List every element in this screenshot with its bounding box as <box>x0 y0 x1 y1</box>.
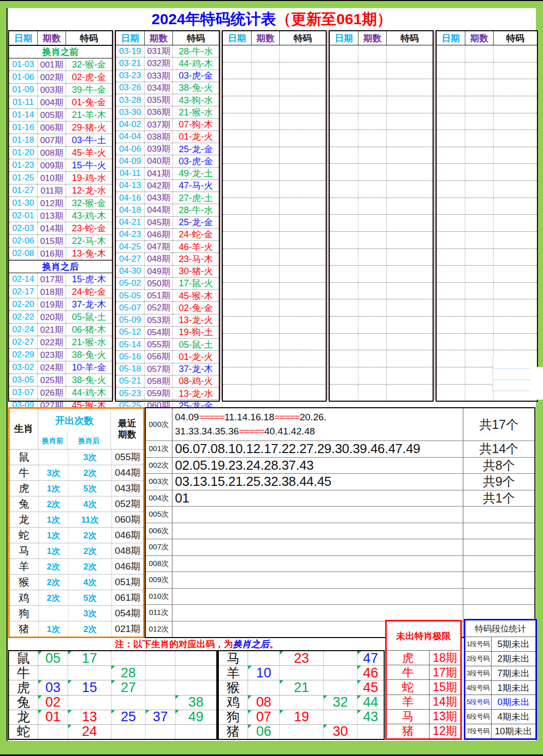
number-cell <box>146 725 175 739</box>
zodiac-stats-row: 羊2次2次046期 <box>10 559 143 575</box>
codes-group-header: 日期期数特码 <box>330 31 433 45</box>
special-code-cell <box>387 130 433 147</box>
period-cell: 032期 <box>145 57 173 69</box>
date-cell <box>330 232 358 248</box>
number-cell <box>146 696 175 710</box>
period-cell <box>465 283 494 299</box>
number-cell: 45 <box>357 680 384 695</box>
period-cell <box>358 130 387 147</box>
column-header-code: 特码 <box>387 31 433 45</box>
period-cell <box>252 283 280 299</box>
number-cell: 05 <box>38 651 68 665</box>
header-after-change: 换肖后 <box>68 433 110 449</box>
column-header-code: 特码 <box>173 31 219 45</box>
period-cell <box>358 96 387 113</box>
code-row: 03-26034期38-兔-火 <box>116 82 219 94</box>
zodiac-name-cell: 羊 <box>219 666 248 680</box>
number-cell: 10 <box>248 666 280 680</box>
period-cell: 039期 <box>145 143 173 155</box>
count-before-cell: 1次 <box>39 621 69 637</box>
number-cell: 46 <box>357 666 384 680</box>
special-code-cell <box>494 113 537 130</box>
date-cell: 04-04 <box>116 131 145 143</box>
limit-period-cell: 15期 <box>430 680 460 694</box>
code-row <box>437 266 537 283</box>
code-row <box>437 113 537 131</box>
frequency-numbers: 03.13.15.21.25.32.38.44.45 <box>172 474 463 490</box>
code-row <box>330 96 433 113</box>
code-row: 04-06039期25-龙-金 <box>116 143 219 155</box>
period-cell: 048期 <box>145 253 173 265</box>
number-value: 01 <box>45 709 61 725</box>
period-cell <box>465 130 494 147</box>
date-cell: 01-16 <box>9 121 38 134</box>
header-before-change: 换肖前 <box>38 433 68 449</box>
period-cell: 024期 <box>38 361 66 373</box>
limit-zodiac-cell: 马 <box>387 710 430 724</box>
zodiac-number-row: 马2347 <box>219 651 384 666</box>
code-row: 05-16056期01-龙-火 <box>116 351 219 363</box>
number-value: 24 <box>82 724 97 739</box>
code-row: 03-30036期21-猴-水 <box>116 106 219 118</box>
frequency-numbers <box>172 507 463 523</box>
date-cell <box>223 385 252 401</box>
special-code-cell: 38-兔-火 <box>173 82 219 94</box>
period-cell <box>465 113 494 130</box>
period-cell: 021期 <box>38 324 66 336</box>
cell-flag-triangle <box>248 725 252 728</box>
zodiac-stats-row: 猪1次2次021期 <box>10 621 143 637</box>
period-cell <box>358 232 387 248</box>
zodiac-name-cell: 马 <box>219 651 248 665</box>
code-row <box>223 215 326 232</box>
period-cell: 001期 <box>38 58 66 71</box>
code-row <box>223 232 326 249</box>
period-cell <box>358 215 387 231</box>
code-row: 01-16006期29-猪-火 <box>9 121 112 134</box>
special-code-cell: 02-虎-金 <box>66 71 112 83</box>
number-cell <box>146 680 175 695</box>
code-row <box>223 334 326 351</box>
number-cell: 15 <box>68 680 111 695</box>
segment-label-cell: 6段号码 <box>465 710 492 724</box>
cell-flag-triangle <box>111 666 115 669</box>
number-value: 03 <box>45 680 61 696</box>
date-cell <box>330 249 358 266</box>
special-code-cell <box>387 283 433 299</box>
date-cell: 02-17 <box>9 286 38 298</box>
number-value: 25 <box>120 709 136 725</box>
special-code-cell <box>387 164 433 180</box>
code-row: 05-18057期37-龙-木 <box>116 363 219 375</box>
cell-flag-triangle <box>111 680 115 684</box>
code-row <box>223 62 326 80</box>
special-code-cell: 47-马-火 <box>173 180 219 192</box>
date-cell: 01-25 <box>9 172 38 184</box>
frequency-row: 002次02.05.19.23.24.28.37.43共8个 <box>146 458 534 474</box>
zodiac-name-cell: 虎 <box>9 680 38 695</box>
date-cell <box>330 45 358 62</box>
date-cell: 01-18 <box>9 134 38 146</box>
date-cell <box>437 367 465 384</box>
number-value: 05 <box>45 651 61 666</box>
special-code-cell: 07-狗-木 <box>173 119 219 131</box>
period-cell <box>465 215 494 231</box>
code-row: 04-30049期30-猪-火 <box>116 266 219 278</box>
date-cell <box>223 249 252 266</box>
gridline-artifact-patch <box>493 358 536 391</box>
recent-period-cell: 046期 <box>112 528 143 543</box>
special-code-cell <box>494 147 537 164</box>
limit-zodiac-cell: 蛇 <box>387 680 430 694</box>
count-before-cell: 3次 <box>39 465 69 480</box>
frequency-numbers-text: 06.07.08.10.12.17.22.27.29.30.39.46.47.4… <box>175 441 463 457</box>
count-before-cell: 2次 <box>39 559 69 574</box>
frequency-count <box>463 572 534 588</box>
special-code-cell <box>387 45 433 62</box>
special-code-cell <box>280 62 326 79</box>
special-code-cell: 27-虎-土 <box>173 192 219 204</box>
segment-value-cell: 2期未出 <box>492 652 535 666</box>
count-after-cell: 2次 <box>69 621 112 637</box>
date-cell <box>437 164 465 180</box>
count-after-cell: 3次 <box>69 450 112 465</box>
column-header-period: 期数 <box>358 31 387 45</box>
code-row <box>223 283 326 300</box>
date-cell <box>330 266 358 282</box>
